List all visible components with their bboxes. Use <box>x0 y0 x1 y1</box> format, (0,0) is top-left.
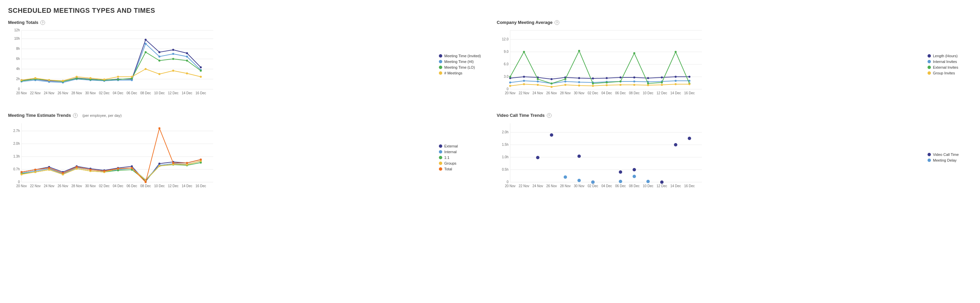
svg-point-80 <box>145 68 146 70</box>
svg-point-122 <box>661 77 663 78</box>
svg-point-141 <box>537 78 539 80</box>
svg-point-79 <box>131 76 133 78</box>
svg-point-120 <box>633 77 635 78</box>
svg-point-157 <box>564 84 566 86</box>
svg-text:10 Dec: 10 Dec <box>154 184 165 188</box>
svg-text:30 Nov: 30 Nov <box>85 91 96 95</box>
svg-point-74 <box>62 80 64 82</box>
svg-point-287 <box>536 156 539 159</box>
svg-text:24 Nov: 24 Nov <box>44 91 54 95</box>
meeting-time-estimate-chart: 0 0.7h 1.3h 2.0h 2.7h 20 Nov 22 Nov 24 N… <box>8 120 432 195</box>
svg-point-288 <box>550 133 553 137</box>
svg-point-250 <box>48 167 50 169</box>
svg-point-121 <box>647 77 649 79</box>
meeting-totals-chart: 0 2h 4h 6h 8h 10h 12h 20 Nov 22 Nov 24 N… <box>8 27 432 102</box>
svg-point-244 <box>158 165 161 167</box>
svg-text:12 Dec: 12 Dec <box>168 184 178 188</box>
video-call-time-section: Video Call Time Trends ? 0 0.5h 1.0h 1.5… <box>497 113 972 195</box>
svg-point-142 <box>550 83 552 85</box>
svg-text:24 Nov: 24 Nov <box>532 184 543 188</box>
svg-point-55 <box>186 56 188 57</box>
company-meeting-avg-chart: 0 3.0 6.0 9.0 12.0 20 Nov 22 Nov 24 Nov … <box>497 27 921 102</box>
svg-point-156 <box>550 86 552 88</box>
video-call-time-info-icon[interactable]: ? <box>547 113 552 118</box>
svg-point-150 <box>661 81 663 83</box>
svg-text:28 Nov: 28 Nov <box>71 91 82 95</box>
svg-text:30 Nov: 30 Nov <box>574 91 584 95</box>
svg-point-127 <box>537 80 539 83</box>
legend-item: 1:1 <box>439 156 483 159</box>
svg-text:0: 0 <box>506 180 509 184</box>
meeting-totals-title: Meeting Totals ? <box>8 20 483 25</box>
svg-text:22 Nov: 22 Nov <box>30 184 41 188</box>
svg-text:2h: 2h <box>16 77 20 81</box>
svg-point-235 <box>34 171 36 173</box>
svg-point-165 <box>675 83 677 85</box>
svg-point-139 <box>509 76 511 78</box>
svg-point-81 <box>158 73 161 75</box>
svg-point-64 <box>117 78 119 80</box>
svg-point-143 <box>564 78 566 80</box>
svg-point-83 <box>186 72 188 74</box>
meeting-time-estimate-title: Meeting Time Estimate Trends ? (per empl… <box>8 113 483 118</box>
svg-point-298 <box>591 180 595 184</box>
svg-point-126 <box>523 80 525 82</box>
svg-text:06 Dec: 06 Dec <box>615 91 626 95</box>
svg-text:08 Dec: 08 Dec <box>629 91 640 95</box>
legend-item: External Invites <box>928 65 972 69</box>
svg-point-254 <box>103 170 105 172</box>
svg-point-259 <box>172 162 174 164</box>
meeting-totals-info-icon[interactable]: ? <box>40 20 45 25</box>
svg-text:0: 0 <box>18 87 20 91</box>
svg-text:30 Nov: 30 Nov <box>85 184 96 188</box>
meeting-time-estimate-info-icon[interactable]: ? <box>73 113 78 118</box>
svg-point-66 <box>145 51 146 53</box>
company-meeting-avg-title: Company Meeting Average ? <box>497 20 972 25</box>
svg-text:1.0h: 1.0h <box>502 155 509 159</box>
svg-text:0.5h: 0.5h <box>502 167 509 171</box>
svg-text:26 Nov: 26 Nov <box>57 91 68 95</box>
svg-point-41 <box>186 52 188 54</box>
svg-text:02 Dec: 02 Dec <box>99 184 110 188</box>
svg-point-40 <box>172 49 174 51</box>
svg-point-255 <box>117 167 119 170</box>
svg-text:0.7h: 0.7h <box>13 167 20 171</box>
svg-point-291 <box>619 171 622 174</box>
svg-point-253 <box>89 169 91 171</box>
svg-point-300 <box>633 175 636 178</box>
svg-text:02 Dec: 02 Dec <box>99 91 110 95</box>
dashboard-grid: Meeting Totals ? 0 2h <box>8 20 972 195</box>
svg-text:26 Nov: 26 Nov <box>546 91 557 95</box>
meeting-totals-section: Meeting Totals ? 0 2h <box>8 20 483 102</box>
svg-point-116 <box>578 77 580 79</box>
svg-point-295 <box>688 137 691 140</box>
svg-point-144 <box>578 50 580 52</box>
svg-point-155 <box>537 84 539 86</box>
company-meeting-avg-legend: Length (Hours) Internal Invites External… <box>925 27 972 102</box>
svg-point-234 <box>21 173 22 175</box>
svg-text:3.0: 3.0 <box>504 75 509 78</box>
svg-text:8h: 8h <box>16 47 20 51</box>
svg-point-84 <box>200 76 202 78</box>
svg-point-258 <box>158 127 161 129</box>
svg-point-289 <box>578 155 581 158</box>
svg-text:12 Dec: 12 Dec <box>168 91 178 95</box>
legend-item-meeting-delay: Meeting Delay <box>928 158 972 162</box>
svg-text:26 Nov: 26 Nov <box>546 184 557 188</box>
svg-point-70 <box>200 70 202 72</box>
svg-text:08 Dec: 08 Dec <box>629 184 640 188</box>
svg-text:20 Nov: 20 Nov <box>16 184 27 188</box>
svg-text:9.0: 9.0 <box>504 50 509 54</box>
company-meeting-avg-info-icon[interactable]: ? <box>555 20 559 25</box>
page-title: SCHEDULED MEETINGS TYPES AND TIMES <box>8 7 972 14</box>
legend-item: Meeting Time (LO) <box>439 65 483 69</box>
svg-text:14 Dec: 14 Dec <box>181 91 192 95</box>
svg-point-117 <box>592 77 594 80</box>
svg-text:2.0h: 2.0h <box>502 130 509 134</box>
svg-text:2.0h: 2.0h <box>13 142 20 145</box>
svg-text:20 Nov: 20 Nov <box>505 184 515 188</box>
svg-point-160 <box>606 84 608 86</box>
legend-item: # Meetings <box>439 71 483 75</box>
svg-text:12 Dec: 12 Dec <box>657 91 667 95</box>
svg-point-292 <box>633 168 636 171</box>
